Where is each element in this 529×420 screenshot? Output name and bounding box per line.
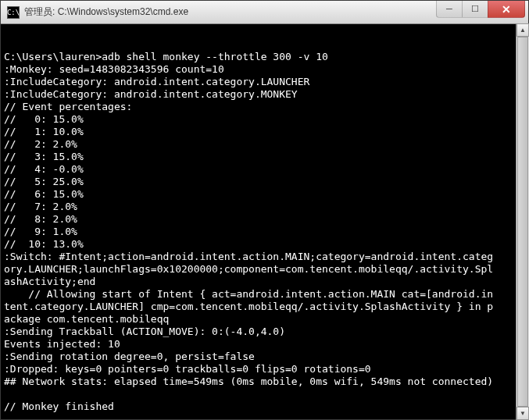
vertical-scrollbar[interactable]: ▲ ▼ bbox=[516, 23, 529, 420]
window-controls: ─ ☐ ✕ bbox=[437, 1, 525, 18]
scrollbar-thumb[interactable] bbox=[517, 37, 528, 407]
chevron-up-icon: ▲ bbox=[520, 27, 526, 34]
scroll-down-button[interactable]: ▼ bbox=[516, 407, 529, 420]
terminal-area[interactable]: C:\Users\lauren>adb shell monkey --throt… bbox=[1, 24, 528, 419]
minimize-button[interactable]: ─ bbox=[436, 1, 463, 18]
app-icon: C:\ bbox=[7, 6, 20, 19]
maximize-button[interactable]: ☐ bbox=[462, 1, 488, 18]
cmd-window: C:\ 管理员: C:\Windows\system32\cmd.exe ─ ☐… bbox=[0, 0, 529, 420]
terminal-output: C:\Users\lauren>adb shell monkey --throt… bbox=[4, 51, 525, 419]
minimize-icon: ─ bbox=[446, 5, 452, 13]
close-icon: ✕ bbox=[502, 4, 511, 15]
close-button[interactable]: ✕ bbox=[488, 1, 525, 18]
titlebar[interactable]: C:\ 管理员: C:\Windows\system32\cmd.exe ─ ☐… bbox=[1, 1, 528, 24]
maximize-icon: ☐ bbox=[471, 5, 479, 13]
scroll-up-button[interactable]: ▲ bbox=[516, 23, 529, 37]
scrollbar-track[interactable] bbox=[516, 37, 529, 407]
chevron-down-icon: ▼ bbox=[520, 410, 526, 417]
